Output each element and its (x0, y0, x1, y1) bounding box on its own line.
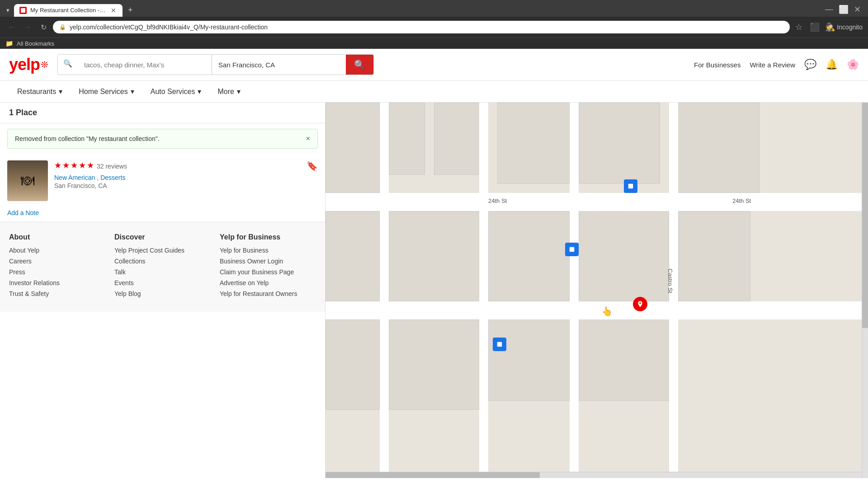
minimize-btn[interactable]: — (825, 5, 833, 14)
star-5: ★ (87, 160, 94, 170)
chevron-down-icon: ▾ (59, 87, 62, 96)
tab-bar: ▾ My Restaurant Collection - San... ✕ + … (0, 0, 868, 17)
new-tab-btn[interactable]: + (124, 4, 137, 17)
search-button[interactable]: 🔍 (346, 55, 373, 75)
yelp-header: yelp ❊ 🔍 🔍 For Businesses Write a Review… (0, 49, 868, 81)
all-bookmarks-item[interactable]: All Bookmarks (17, 40, 54, 47)
tab-favicon (19, 7, 27, 14)
map-block-4 (497, 103, 570, 184)
main-area: 1 Place Removed from collection "My rest… (0, 103, 868, 478)
svg-rect-0 (628, 184, 633, 189)
left-panel: 1 Place Removed from collection "My rest… (0, 103, 326, 478)
search-input[interactable] (78, 55, 212, 75)
yelp-nav: Restaurants ▾ Home Services ▾ Auto Servi… (0, 81, 868, 103)
tab-title: My Restaurant Collection - San... (30, 7, 106, 14)
yelp-burst-icon: ❊ (41, 59, 48, 70)
map-block-14 (488, 310, 570, 401)
tab-dropdown-btn[interactable]: ▾ (4, 5, 12, 15)
forward-button[interactable]: → (22, 21, 34, 33)
write-review-link[interactable]: Write a Review (750, 61, 795, 69)
map-background: 24th St 24th St Castro St (326, 103, 868, 478)
nav-item-more[interactable]: More ▾ (209, 81, 248, 102)
footer-business-login[interactable]: Business Owner Login (220, 258, 316, 265)
map-scrollbar-bottom (326, 472, 862, 478)
nav-item-home-services[interactable]: Home Services ▾ (71, 81, 142, 102)
bookmarks-icon: 📁 (5, 40, 13, 47)
footer-talk[interactable]: Talk (114, 268, 211, 276)
active-tab[interactable]: My Restaurant Collection - San... ✕ (14, 4, 123, 17)
url-text: yelp.com/collection/etCgQ_bf9dNKIBkiai4v… (70, 23, 783, 31)
footer-collections[interactable]: Collections (114, 258, 211, 265)
refresh-button[interactable]: ↻ (38, 21, 49, 33)
listing-image (7, 160, 48, 201)
add-note-link[interactable]: Add a Note (0, 207, 325, 218)
footer-events[interactable]: Events (114, 279, 211, 286)
incognito-icon: 🕵 (825, 22, 835, 32)
footer-col-discover: Discover Yelp Project Cost Guides Collec… (114, 233, 211, 301)
close-window-btn[interactable]: ✕ (854, 5, 861, 14)
notification-icon[interactable]: 🔔 (826, 59, 838, 70)
notification-close-btn[interactable]: × (306, 135, 310, 143)
footer-about-yelp[interactable]: About Yelp (9, 247, 105, 254)
listing-details: ★ ★ ★ ★ ★ 32 reviews New American , Dess… (54, 160, 300, 189)
star-2: ★ (62, 160, 70, 170)
footer-trust-safety[interactable]: Trust & Safety (9, 290, 105, 297)
footer-claim-business[interactable]: Claim your Business Page (220, 268, 316, 276)
footer-business-title: Yelp for Business (220, 233, 316, 241)
map-pin-red-yelp[interactable] (633, 297, 647, 311)
tab-search-btn[interactable]: ⬛ (808, 20, 821, 34)
search-bar: 🔍 🔍 (57, 54, 374, 75)
header-links: For Businesses Write a Review 💬 🔔 🌸 (694, 59, 859, 70)
bookmarks-bar: 📁 All Bookmarks (0, 38, 868, 49)
footer: About About Yelp Careers Press Investor … (0, 222, 325, 312)
chat-icon[interactable]: 💬 (804, 59, 816, 70)
footer-yelp-business[interactable]: Yelp for Business (220, 247, 316, 254)
category-new-american[interactable]: New American (54, 174, 95, 181)
map-scrollbar-thumb[interactable] (862, 103, 868, 328)
nav-item-restaurants[interactable]: Restaurants ▾ (9, 81, 71, 102)
svg-rect-1 (570, 247, 575, 252)
back-button[interactable]: ← (5, 21, 18, 33)
category-separator: , (97, 174, 99, 181)
map-container[interactable]: 24th St 24th St Castro St (326, 103, 868, 478)
footer-careers[interactable]: Careers (9, 258, 105, 265)
yelp-logo[interactable]: yelp ❊ (9, 55, 48, 74)
map-block-15 (579, 310, 678, 401)
location-input[interactable] (212, 55, 346, 75)
footer-cost-guides[interactable]: Yelp Project Cost Guides (114, 247, 211, 254)
footer-advertise[interactable]: Advertise on Yelp (220, 279, 316, 286)
map-block-6 (669, 103, 760, 193)
chevron-down-icon: ▾ (198, 87, 201, 96)
maximize-btn[interactable]: ⬜ (839, 5, 849, 14)
chevron-down-icon: ▾ (131, 87, 134, 96)
bookmark-icon[interactable]: 🔖 (307, 160, 318, 171)
category-desserts[interactable]: Desserts (100, 174, 125, 181)
map-block-5 (579, 103, 660, 184)
footer-yelp-blog[interactable]: Yelp Blog (114, 290, 211, 297)
map-label-24th-1: 24th St (488, 197, 507, 204)
footer-about-title: About (9, 233, 105, 241)
nav-actions: ☆ ⬛ 🕵 Incognito (793, 20, 863, 34)
map-pin-blue-2[interactable] (565, 243, 579, 256)
restaurant-listing: ★ ★ ★ ★ ★ 32 reviews New American , Dess… (0, 154, 325, 207)
notification-text: Removed from collection "My restaurant c… (15, 135, 160, 142)
footer-discover-title: Discover (114, 233, 211, 241)
nav-item-auto-services[interactable]: Auto Services ▾ (142, 81, 210, 102)
tab-close-btn[interactable]: ✕ (110, 7, 117, 14)
map-pin-blue-3[interactable] (493, 338, 506, 351)
footer-investor-relations[interactable]: Investor Relations (9, 279, 105, 286)
map-scrollbar-bottom-thumb[interactable] (326, 472, 540, 478)
for-businesses-link[interactable]: For Businesses (694, 61, 741, 69)
yelp-logo-text: yelp (9, 55, 40, 74)
user-avatar-icon[interactable]: 🌸 (847, 59, 859, 70)
panel-title: 1 Place (9, 108, 37, 117)
footer-press[interactable]: Press (9, 268, 105, 276)
bookmark-btn[interactable]: ☆ (793, 20, 804, 34)
road-lower (326, 301, 868, 319)
footer-col-business: Yelp for Business Yelp for Business Busi… (220, 233, 316, 301)
address-bar[interactable]: 🔒 yelp.com/collection/etCgQ_bf9dNKIBkiai… (53, 21, 790, 33)
footer-grid: About About Yelp Careers Press Investor … (9, 233, 316, 301)
footer-restaurant-owners[interactable]: Yelp for Restaurant Owners (220, 290, 316, 297)
road-v2 (479, 103, 488, 478)
map-pin-blue-1[interactable] (624, 179, 637, 193)
